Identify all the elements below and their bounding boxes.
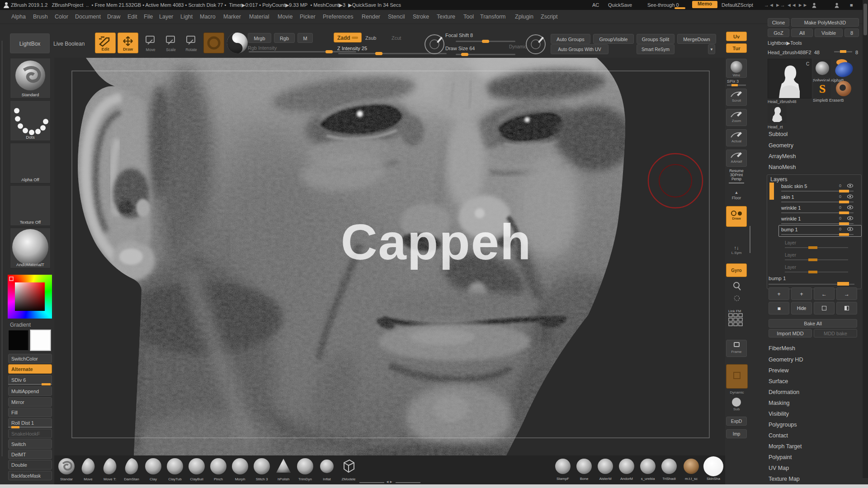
svg-text:Link FM: Link FM xyxy=(728,309,741,313)
svg-text:C: C xyxy=(806,61,809,66)
